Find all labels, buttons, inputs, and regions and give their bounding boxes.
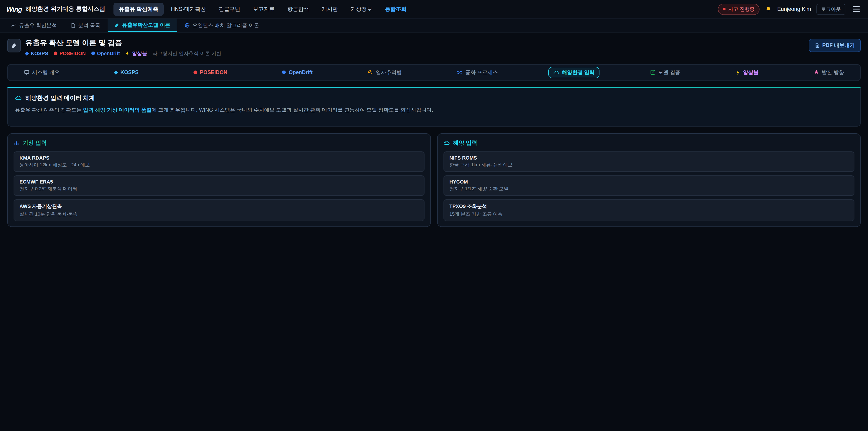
subtab-label: 유출유 확산분석 [19,22,57,29]
data-source-name: KMA RDAPS [20,155,418,160]
rocket-icon [813,70,819,75]
paragraph-text: 유출유 확산 예측의 정확도는 [15,107,83,112]
tab-future-direction[interactable]: 발전 방향 [809,67,848,78]
tab-model-validation[interactable]: 모델 검증 [646,67,685,78]
pdf-export-label: PDF 내보내기 [822,42,855,49]
lightning-icon [735,70,740,75]
data-source-name: NIFS ROMS [450,155,848,160]
tab-label: OpenDrift [289,70,313,75]
brand-title: 해양환경 위기대응 통합시스템 [26,5,105,13]
pdf-export-button[interactable]: PDF 내보내기 [809,39,861,52]
pdf-document-icon [815,43,819,48]
page-header-left: 유출유 확산 모델 이론 및 검증 KOSPS POSEIDON Open [7,39,221,57]
main-content: 유출유 확산 모델 이론 및 검증 KOSPS POSEIDON Open [0,33,868,227]
user-name: Eunjeong Kim [777,6,811,12]
list-item[interactable]: ECMWF ERA5 전지구 0.25° 재분석 데이터 [13,175,425,196]
navbar-right: 사고 진행중 Eunjeong Kim 로그아웃 [718,3,862,15]
data-source-desc: 동아시아 12km 해상도 · 24h 예보 [20,162,418,168]
blue-dot-icon [282,70,286,74]
data-source-desc: 15개 분조 기반 조류 예측 [450,211,848,217]
input-data-cards: 기상 입력 KMA RDAPS 동아시아 12km 해상도 · 24h 예보 E… [7,133,861,227]
intro-heading: 해양환경 입력 데이터 체계 [25,94,95,102]
brand[interactable]: Wing 해양환경 위기대응 통합시스템 [6,5,105,13]
tab-label: POSEIDON [200,70,227,75]
subtab-label: 분석 목록 [78,22,100,29]
tab-label: 앙상블 [743,69,758,76]
badge-label: POSEIDON [59,51,86,56]
badge-opendrift: OpenDrift [91,51,120,56]
badge-poseidon: POSEIDON [54,51,86,56]
tab-particle-tracking[interactable]: 입자추적법 [363,67,406,78]
nav-item-reports[interactable]: 보고자료 [248,2,280,16]
paragraph-text: 에 크게 좌우됩니다. WING 시스템은 국내외 수치예보 모델과 실시간 관… [151,107,433,112]
weather-input-card: 기상 입력 KMA RDAPS 동아시아 12km 해상도 · 24h 예보 E… [7,133,431,227]
list-item[interactable]: KMA RDAPS 동아시아 12km 해상도 · 24h 예보 [13,151,425,172]
list-item[interactable]: TPXO9 조화분석 15개 분조 기반 조류 예측 [443,199,855,221]
pen-nib-icon-box [7,39,21,53]
lightning-icon [125,51,130,56]
check-square-icon [650,70,655,75]
incident-badge-label: 사고 진행중 [728,6,754,12]
data-source-name: AWS 자동기상관측 [20,203,418,210]
nav-item-board[interactable]: 게시판 [316,2,343,16]
intro-paragraph: 유출유 확산 예측의 정확도는 입력 해양·기상 데이터의 품질에 크게 좌우됩… [15,106,853,114]
nav-item-aerial-search[interactable]: 항공탐색 [282,2,314,16]
top-navbar: Wing 해양환경 위기대응 통합시스템 유출유 확산예측 HNS·대기확산 긴… [0,0,868,19]
tab-kosps[interactable]: KOSPS [110,68,143,77]
diamond-icon [114,70,119,74]
monitor-icon [24,70,29,75]
target-icon [368,70,373,75]
nav-item-integrated-search[interactable]: 통합조회 [379,2,412,16]
tab-poseidon[interactable]: POSEIDON [189,68,232,77]
list-item[interactable]: HYCOM 전지구 1/12° 해양 순환 모델 [443,175,855,196]
tab-label: 시스템 개요 [32,69,59,76]
subtab-model-theory[interactable]: 유출유확산모델 이론 [107,19,177,32]
wing-logo: Wing [6,5,22,13]
nav-item-emergency-rescue[interactable]: 긴급구난 [213,2,246,16]
tab-ensemble[interactable]: 앙상블 [731,67,763,78]
red-dot-icon [54,52,57,55]
section-accent-line [7,87,861,88]
nav-item-oil-spill-forecast[interactable]: 유출유 확산예측 [114,2,164,16]
bar-chart-icon [13,140,20,146]
badge-ensemble: 앙상블 [125,50,147,57]
card-title: 해양 입력 [453,139,477,147]
logout-button[interactable]: 로그아웃 [816,3,845,15]
tab-weathering-process[interactable]: 풍화 프로세스 [452,67,502,78]
page-subtitle: 라그랑지안 입자추적 이론 기반 [153,50,221,57]
tab-system-overview[interactable]: 시스템 개요 [20,67,64,78]
line-chart-icon [11,23,16,28]
document-icon [70,23,75,28]
model-badge-row: KOSPS POSEIDON OpenDrift [25,50,221,57]
tab-marine-environment-input[interactable]: 해양환경 입력 [548,67,599,78]
notification-bell-icon[interactable] [765,6,772,12]
pen-nib-icon [114,22,119,27]
paragraph-highlight: 입력 해양·기상 데이터의 품질 [83,107,152,112]
ocean-input-card: 해양 입력 NIFS ROMS 한국 근해 1km 해류·수온 예보 HYCOM… [437,133,861,227]
tab-opendrift[interactable]: OpenDrift [278,68,317,77]
tab-label: 해양환경 입력 [562,69,594,76]
page-title: 유출유 확산 모델 이론 및 검증 [25,39,221,47]
list-item[interactable]: NIFS ROMS 한국 근해 1km 해류·수온 예보 [443,151,855,172]
subtab-spill-analysis[interactable]: 유출유 확산분석 [4,19,63,32]
main-nav: 유출유 확산예측 HNS·대기확산 긴급구난 보고자료 항공탐색 게시판 기상정… [114,2,710,16]
tab-label: 발전 방향 [822,69,844,76]
app-root: Wing 해양환경 위기대응 통합시스템 유출유 확산예측 HNS·대기확산 긴… [0,0,868,431]
tab-label: 입자추적법 [376,69,402,76]
subtab-label: 오일펜스 배치 알고리즘 이론 [192,22,259,29]
subtab-oil-fence-algorithm[interactable]: 오일펜스 배치 알고리즘 이론 [178,19,266,32]
tab-label: KOSPS [121,70,139,75]
nav-item-hns-dispersion[interactable]: HNS·대기확산 [165,2,211,16]
red-dot-icon [193,70,197,74]
cloud-icon [15,94,22,101]
data-source-desc: 전지구 1/12° 해양 순환 모델 [450,186,848,192]
incident-status-badge[interactable]: 사고 진행중 [718,3,760,15]
menu-icon[interactable] [851,4,862,13]
list-item[interactable]: AWS 자동기상관측 실시간 10분 단위 풍향·풍속 [13,199,425,221]
nav-item-weather-info[interactable]: 기상정보 [345,2,378,16]
subtab-bar: 유출유 확산분석 분석 목록 유출유확산모델 이론 오일펜스 배치 알고리즘 이… [0,19,868,33]
ocean-card-header: 해양 입력 [443,139,855,147]
blue-dot-icon [91,52,95,55]
subtab-analysis-list[interactable]: 분석 목록 [64,19,106,32]
data-source-desc: 한국 근해 1km 해류·수온 예보 [450,162,848,168]
